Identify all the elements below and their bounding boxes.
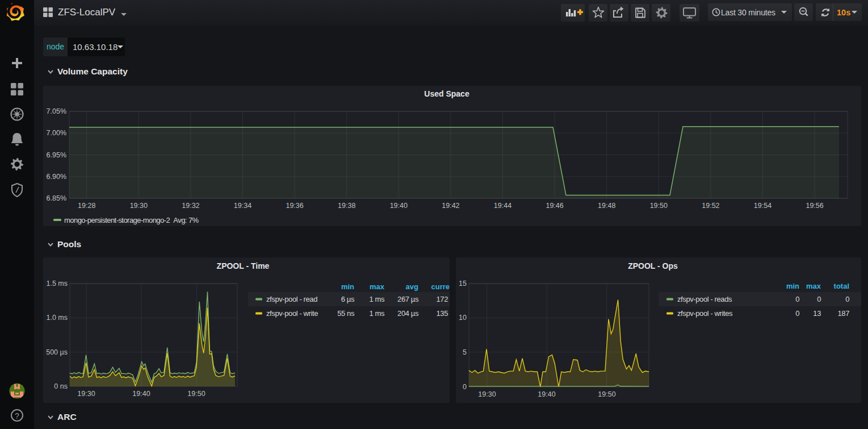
svg-text:curre: curre: [431, 282, 450, 291]
svg-text:0: 0: [795, 295, 799, 303]
svg-text:avg: avg: [406, 282, 418, 291]
svg-text:?: ?: [15, 411, 19, 420]
svg-text:15: 15: [459, 280, 467, 288]
svg-text:zfspv-pool - read: zfspv-pool - read: [266, 295, 317, 303]
svg-text:19:38: 19:38: [338, 202, 355, 210]
svg-text:1 ms: 1 ms: [369, 295, 384, 303]
svg-text:max: max: [806, 282, 821, 290]
svg-text:6.85%: 6.85%: [47, 194, 66, 202]
svg-text:min: min: [786, 282, 799, 290]
svg-text:10: 10: [459, 314, 467, 322]
svg-text:19:30: 19:30: [130, 202, 148, 210]
svg-text:7.00%: 7.00%: [47, 129, 66, 137]
svg-text:19:30: 19:30: [77, 390, 95, 398]
svg-text:0: 0: [817, 295, 821, 303]
svg-text:19:30: 19:30: [478, 390, 496, 398]
svg-text:Used Space: Used Space: [424, 89, 469, 98]
svg-text:7.05%: 7.05%: [47, 107, 66, 115]
svg-text:19:44: 19:44: [494, 202, 511, 210]
svg-text:19:42: 19:42: [442, 202, 459, 210]
svg-text:13: 13: [813, 309, 821, 318]
svg-text:267 µs: 267 µs: [397, 295, 419, 303]
svg-text:172: 172: [437, 295, 448, 303]
svg-text:1.5 ms: 1.5 ms: [46, 280, 68, 288]
svg-text:187: 187: [838, 309, 850, 318]
svg-text:max: max: [370, 282, 385, 291]
svg-text:19:32: 19:32: [182, 202, 199, 210]
svg-text:19:40: 19:40: [538, 390, 555, 398]
svg-text:19:50: 19:50: [187, 390, 205, 398]
svg-text:0: 0: [795, 309, 799, 318]
svg-text:0: 0: [845, 295, 849, 303]
svg-text:zfspv-pool - writes: zfspv-pool - writes: [677, 309, 733, 318]
svg-text:6 µs: 6 µs: [341, 295, 355, 303]
svg-text:19:56: 19:56: [806, 202, 823, 210]
svg-text:0 ns: 0 ns: [54, 382, 68, 390]
svg-text:total: total: [834, 282, 849, 290]
svg-text:1.0 ms: 1.0 ms: [46, 314, 68, 322]
svg-text:min: min: [341, 282, 354, 291]
svg-text:19:40: 19:40: [132, 390, 150, 398]
svg-text:6.95%: 6.95%: [47, 151, 66, 159]
svg-text:6.90%: 6.90%: [47, 173, 66, 181]
svg-text:1 ms: 1 ms: [369, 309, 384, 318]
svg-text:19:34: 19:34: [234, 202, 251, 210]
svg-text:55 ns: 55 ns: [337, 309, 355, 318]
svg-text:ZPOOL - Time: ZPOOL - Time: [217, 261, 270, 270]
svg-text:19:50: 19:50: [598, 390, 615, 398]
svg-text:19:54: 19:54: [754, 202, 771, 210]
svg-text:mongo-persistent-storage-mongo: mongo-persistent-storage-mongo-2 Avg: 7%: [64, 216, 199, 224]
svg-text:19:46: 19:46: [546, 202, 563, 210]
svg-text:19:40: 19:40: [390, 202, 408, 210]
svg-text:19:50: 19:50: [650, 202, 668, 210]
svg-text:19:52: 19:52: [702, 202, 719, 210]
svg-text:19:48: 19:48: [598, 202, 615, 210]
svg-text:19:36: 19:36: [286, 202, 303, 210]
svg-text:zfspv-pool - reads: zfspv-pool - reads: [677, 295, 732, 303]
svg-text:19:28: 19:28: [78, 202, 95, 210]
svg-text:5: 5: [463, 348, 467, 356]
svg-text:ZPOOL - Ops: ZPOOL - Ops: [628, 261, 678, 270]
svg-text:204 µs: 204 µs: [397, 309, 419, 318]
svg-text:500 µs: 500 µs: [46, 348, 68, 356]
svg-text:135: 135: [437, 309, 448, 318]
svg-text:0: 0: [463, 383, 467, 391]
svg-text:zfspv-pool - write: zfspv-pool - write: [266, 309, 318, 318]
